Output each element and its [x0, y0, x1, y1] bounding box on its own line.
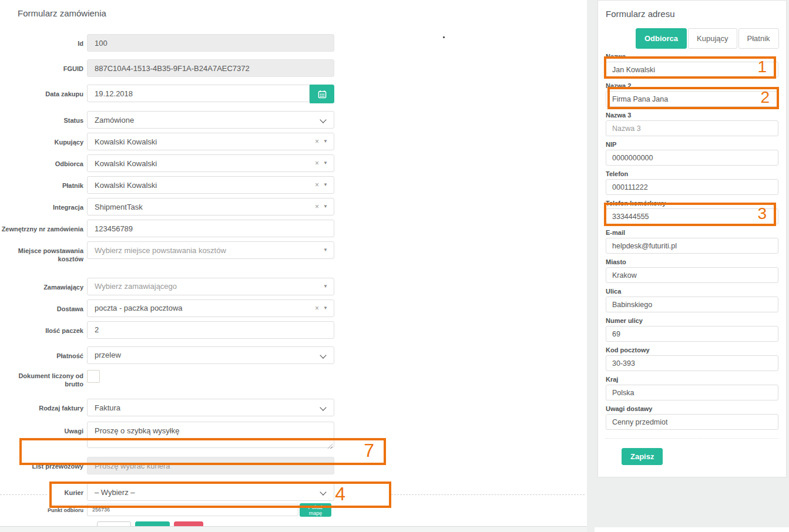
chevron-down-icon — [320, 405, 326, 411]
address-save-button[interactable]: Zapisz — [622, 448, 663, 465]
platnosc-label: Płatność — [0, 346, 83, 360]
brutto-label: Dokument liczony od brutto — [0, 370, 83, 389]
dropdown-arrow-icon[interactable]: ▼ — [323, 161, 328, 166]
tab-odbiorca[interactable]: Odbiorca — [636, 28, 687, 49]
clear-icon[interactable]: × — [315, 181, 319, 188]
kod-pocztowy-label: Kod pocztowy — [606, 346, 778, 353]
platnosc-select[interactable]: przelew — [87, 346, 334, 364]
integracja-select[interactable]: ShipmentTask ×▼ — [87, 198, 334, 216]
zewnetrzny-nr-label: Zewnętrzny nr zamówienia — [0, 220, 83, 233]
tab-kupujacy[interactable]: Kupujący — [688, 28, 737, 49]
telefon-input[interactable] — [606, 179, 778, 195]
mpk-select[interactable]: Wybierz miejsce powstawania kosztów ▼ — [87, 241, 334, 259]
rodzaj-faktury-select[interactable]: Faktura — [87, 399, 334, 416]
annotation-box-3: 3 — [604, 203, 776, 226]
kraj-input[interactable] — [606, 385, 778, 400]
mpk-placeholder: Wybierz miejsce powstawania kosztów — [95, 246, 226, 255]
mpk-label: Miejsce powstawania kosztów — [0, 241, 83, 264]
group-telefon: Telefon — [606, 170, 778, 195]
ulica-input[interactable] — [606, 297, 778, 312]
ulica-label: Ulica — [606, 288, 778, 295]
annotation-number-4: 4 — [335, 483, 345, 505]
ilosc-paczek-input[interactable] — [87, 321, 334, 339]
group-kod-pocztowy: Kod pocztowy — [606, 346, 778, 371]
dostawa-value: poczta - paczka pocztowa — [95, 304, 183, 312]
clear-icon[interactable]: × — [315, 160, 319, 167]
field-row-mpk: Miejsce powstawania kosztów Wybierz miej… — [0, 241, 347, 264]
calendar-icon — [318, 90, 327, 99]
ilosc-paczek-label: Ilość paczek — [0, 321, 83, 335]
uwagi-dostawy-input[interactable] — [606, 414, 778, 430]
telefon-label: Telefon — [606, 170, 778, 177]
tab-platnik[interactable]: Płatnik — [738, 28, 779, 49]
kod-pocztowy-input[interactable] — [606, 355, 778, 371]
kupujacy-label: Kupujący — [0, 133, 83, 146]
field-row-data-zakupu: Data zakupu — [0, 85, 347, 103]
chevron-down-icon — [320, 352, 326, 358]
group-kraj: Kraj — [606, 376, 778, 400]
dropdown-arrow-icon[interactable]: ▼ — [323, 183, 328, 187]
group-uwagi-dostawy: Uwagi dostawy — [606, 405, 778, 430]
field-row-odbiorca: Odbiorca Kowalski Kowalski ×▼ — [0, 154, 347, 172]
kupujacy-select[interactable]: Kowalski Kowalski ×▼ — [87, 133, 334, 150]
field-row-ilosc-paczek: Ilość paczek — [0, 321, 347, 339]
nip-input[interactable] — [606, 150, 778, 166]
field-row-zamawiajacy: Zamawiający Wybierz zamawiającego ▼ — [0, 278, 347, 295]
clear-icon[interactable]: × — [315, 203, 319, 210]
dropdown-arrow-icon[interactable]: ▼ — [323, 204, 328, 209]
group-numer-ulicy: Numer ulicy — [606, 317, 778, 342]
chevron-down-icon — [320, 116, 326, 123]
dropdown-arrow-icon[interactable]: ▼ — [323, 284, 328, 289]
kupujacy-value: Kowalski Kowalski — [95, 137, 157, 146]
zewnetrzny-nr-input[interactable] — [87, 220, 334, 237]
field-row-id: Id — [0, 34, 347, 52]
brutto-checkbox[interactable] — [87, 370, 100, 383]
annotation-box-4: 4 — [49, 482, 391, 508]
platnik-select[interactable]: Kowalski Kowalski ×▼ — [87, 176, 334, 194]
address-form-title: Formularz adresu — [606, 9, 778, 19]
group-ulica: Ulica — [606, 288, 778, 312]
uwagi-label: Uwagi — [0, 422, 83, 435]
annotation-box-7: 7 — [19, 438, 386, 465]
clear-icon[interactable]: × — [315, 138, 319, 145]
email-label: E-mail — [606, 229, 778, 236]
field-row-dostawa: Dostawa poczta - paczka pocztowa ×▼ — [0, 299, 347, 317]
dostawa-select[interactable]: poczta - paczka pocztowa ×▼ — [87, 299, 334, 317]
numer-ulicy-input[interactable] — [606, 326, 778, 342]
calendar-button[interactable] — [310, 85, 334, 103]
annotation-box-1: 1 — [604, 56, 776, 79]
annotation-box-2: 2 — [607, 87, 779, 109]
clear-icon[interactable]: × — [315, 305, 319, 312]
odbiorca-label: Odbiorca — [0, 154, 83, 168]
page-title: Formularz zamówienia — [18, 8, 106, 18]
dashed-divider — [0, 494, 47, 495]
dropdown-arrow-icon[interactable]: ▼ — [323, 306, 328, 311]
data-zakupu-input[interactable] — [87, 85, 310, 102]
annotation-number-3: 3 — [757, 204, 767, 223]
field-row-rodzaj-faktury: Rodzaj faktury Faktura — [0, 399, 347, 416]
integracja-label: Integracja — [0, 198, 83, 211]
platnik-label: Płatnik — [0, 176, 83, 190]
zamawiajacy-placeholder: Wybierz zamawiającego — [95, 282, 177, 291]
group-email: E-mail — [606, 229, 778, 254]
email-input[interactable] — [606, 238, 778, 254]
field-row-fguid: FGUID — [0, 59, 347, 77]
fguid-label: FGUID — [0, 59, 83, 73]
group-nip: NIP — [606, 141, 778, 166]
data-zakupu-label: Data zakupu — [0, 85, 83, 98]
address-tabs: Odbiorca Kupujący Płatnik — [636, 28, 778, 49]
id-label: Id — [0, 34, 83, 48]
nazwa3-label: Nazwa 3 — [606, 112, 778, 119]
zamawiajacy-select[interactable]: Wybierz zamawiającego ▼ — [87, 278, 334, 295]
platnosc-value: przelew — [95, 351, 121, 359]
kraj-label: Kraj — [606, 376, 778, 383]
nazwa3-input[interactable] — [606, 120, 778, 136]
odbiorca-select[interactable]: Kowalski Kowalski ×▼ — [87, 154, 334, 172]
miasto-input[interactable] — [606, 267, 778, 283]
status-value: Zamówione — [95, 116, 134, 124]
dostawa-label: Dostawa — [0, 299, 83, 313]
dropdown-arrow-icon[interactable]: ▼ — [323, 139, 328, 144]
status-select[interactable]: Zamówione — [87, 111, 334, 129]
dropdown-arrow-icon[interactable]: ▼ — [323, 248, 328, 252]
zamawiajacy-label: Zamawiający — [0, 278, 83, 291]
